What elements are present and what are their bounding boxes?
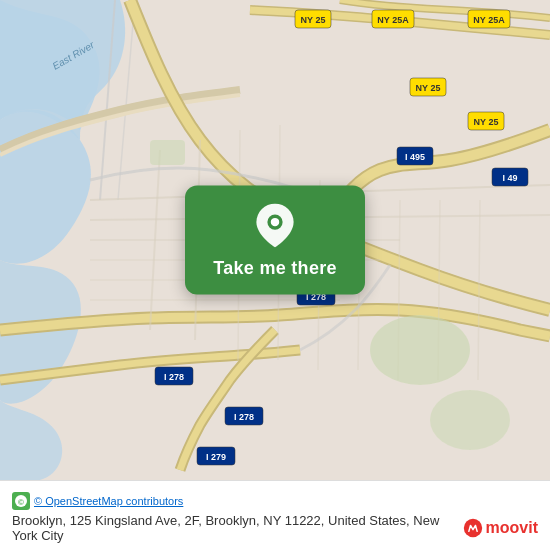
svg-text:NY 25A: NY 25A (473, 15, 505, 25)
address-row: Brooklyn, 125 Kingsland Ave, 2F, Brookly… (12, 513, 538, 543)
svg-point-48 (463, 519, 481, 537)
svg-point-45 (271, 218, 279, 226)
svg-text:©: © (18, 498, 24, 507)
svg-text:I 49: I 49 (502, 173, 517, 183)
info-panel: © © OpenStreetMap contributors Brooklyn,… (0, 480, 550, 550)
svg-text:I 279: I 279 (206, 452, 226, 462)
svg-text:I 495: I 495 (405, 152, 425, 162)
attribution-row: © © OpenStreetMap contributors (12, 492, 538, 510)
attribution-text: © OpenStreetMap contributors (34, 495, 183, 507)
svg-text:I 278: I 278 (164, 372, 184, 382)
svg-text:NY 25: NY 25 (474, 117, 499, 127)
svg-text:NY 25: NY 25 (416, 83, 441, 93)
moovit-icon (463, 518, 483, 538)
take-me-there-card[interactable]: Take me there (185, 186, 365, 295)
osm-link[interactable]: © OpenStreetMap contributors (34, 495, 183, 507)
svg-text:NY 25A: NY 25A (377, 15, 409, 25)
moovit-logo: moovit (463, 518, 538, 538)
address-text: Brooklyn, 125 Kingsland Ave, 2F, Brookly… (12, 513, 463, 543)
svg-point-19 (430, 390, 510, 450)
openstreetmap-logo: © (12, 492, 30, 510)
location-pin-icon (253, 204, 297, 248)
take-me-there-button[interactable]: Take me there (213, 258, 337, 279)
map-container: NY 25 NY 25A NY 25A NY 25 NY 25 I 495 I … (0, 0, 550, 480)
svg-point-18 (370, 315, 470, 385)
svg-rect-20 (150, 140, 185, 165)
moovit-brand-text: moovit (486, 519, 538, 537)
svg-text:I 278: I 278 (234, 412, 254, 422)
svg-text:NY 25: NY 25 (301, 15, 326, 25)
